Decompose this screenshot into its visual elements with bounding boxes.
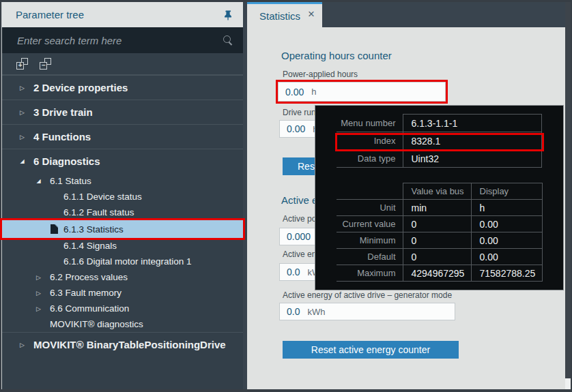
info-label: Data type <box>337 150 403 168</box>
tab-statistics[interactable]: Statistics × <box>247 2 322 27</box>
power-applied-hours-label: Power-applied hours <box>283 70 358 79</box>
limits-bus-value: min <box>403 200 471 216</box>
tree-item[interactable]: 6.1.6 Digital motor integration 1 <box>2 254 243 269</box>
tree-item-label: 6 Diagnostics <box>33 155 100 167</box>
parameter-limits-table: Value via bus Display Unit min h Current… <box>337 183 543 282</box>
tree-item[interactable]: 3 Drive train <box>2 100 243 124</box>
plus-glyph: + <box>16 62 24 70</box>
tree-expander-icon[interactable] <box>33 305 44 312</box>
field-unit: h <box>311 87 316 97</box>
tree-item[interactable]: 2 Device properties <box>2 75 243 100</box>
tree-item[interactable]: MOVIKIT® diagnostics <box>2 316 243 332</box>
limits-bus-value: 0 <box>403 216 471 232</box>
tree-item-label: 6.1 Status <box>50 176 91 186</box>
index-highlight-box <box>335 133 544 151</box>
info-label: Menu number <box>337 115 403 132</box>
field-value: 0.0 <box>287 267 300 277</box>
pin-icon[interactable] <box>223 10 233 20</box>
search-bar <box>2 27 243 53</box>
app-window: Parameter tree + − 2 Device <box>0 0 572 392</box>
tree-item-label: 6.1.6 Digital motor integration 1 <box>63 256 192 267</box>
info-row: Menu number 6.1.3-1.1-1 <box>337 115 542 132</box>
limits-header-row: Value via bus Display <box>337 183 542 200</box>
minus-glyph: − <box>40 62 47 70</box>
limits-label: Maximum <box>337 265 403 282</box>
limits-display-value: 71582788.25 <box>471 265 542 282</box>
expand-all-icon[interactable]: + <box>16 58 28 70</box>
tree-expander-icon[interactable] <box>33 290 44 297</box>
tree-expander-icon[interactable] <box>17 342 27 348</box>
limits-row: Minimum 0 0.00 <box>337 232 542 249</box>
search-input[interactable] <box>16 34 223 47</box>
tree-item[interactable]: 6.6 Communication <box>2 301 243 316</box>
document-icon <box>51 224 58 234</box>
right-scrollbar-track[interactable] <box>565 2 571 389</box>
limits-bus-value: 0 <box>403 249 471 265</box>
limits-display-value: 0.00 <box>471 249 542 265</box>
tree-expander-icon[interactable] <box>17 109 27 116</box>
tree-item[interactable]: 6.1.4 Signals <box>2 238 243 254</box>
empty-header-cell <box>337 183 403 200</box>
limits-label: Minimum <box>337 232 403 249</box>
tree-item[interactable]: 4 Functions <box>2 124 243 149</box>
power-applied-hours-highlight-box: 0.00 h <box>276 80 448 104</box>
tree-item[interactable]: 6 Diagnostics <box>2 149 243 173</box>
tree-item[interactable]: 6.2 Process values <box>2 269 243 285</box>
active-power-label: Active po <box>283 214 316 224</box>
info-row: Data type Uint32 <box>337 150 542 168</box>
tree-item[interactable]: 6.3 Fault memory <box>2 285 243 301</box>
parameter-tree-header: Parameter tree <box>2 2 243 27</box>
tree-item-label: MOVIKIT® BinaryTablePositioningDrive <box>33 339 226 350</box>
value-via-bus-header: Value via bus <box>403 183 471 200</box>
tree-item-label: 4 Functions <box>33 131 91 142</box>
scrollbar-corner <box>565 378 571 389</box>
field-value: 0.000 <box>287 231 311 242</box>
tree-item-label: 6.1.1 Device status <box>63 192 142 202</box>
tree-item[interactable]: 6.1 Status <box>2 173 243 189</box>
tree-item-label: 6.1.2 Fault status <box>63 207 134 217</box>
tree-item-label: 6.3 Fault memory <box>50 288 121 298</box>
field-unit: kWh <box>307 307 325 317</box>
power-applied-hours-field[interactable]: 0.00 h <box>278 82 446 102</box>
tree-item-label: 3 Drive train <box>33 106 93 118</box>
limits-label: Current value <box>337 216 403 232</box>
tab-label: Statistics <box>259 10 300 22</box>
search-icon[interactable] <box>223 35 233 46</box>
tree-item-label: 6.1.4 Signals <box>63 241 117 251</box>
active-energy-generator-mode-field[interactable]: 0.0 kWh <box>279 303 455 320</box>
operating-hours-counter-title: Operating hours counter <box>281 50 392 61</box>
parameter-tree-title: Parameter tree <box>16 9 223 20</box>
limits-bus-value: 0 <box>403 232 471 249</box>
parameter-tree-panel: Parameter tree + − 2 Device <box>1 2 243 389</box>
tree-expander-icon[interactable] <box>33 274 44 281</box>
limits-display-value: 0.00 <box>471 216 542 232</box>
field-value: 0.0 <box>287 306 300 317</box>
close-tab-icon[interactable]: × <box>308 8 315 20</box>
tree-item-label: 6.1.3 Statistics <box>63 224 124 235</box>
collapse-all-icon[interactable]: − <box>40 58 51 70</box>
tree-item-label: 2 Device properties <box>33 82 128 93</box>
tree-toolbar: + − <box>2 53 243 75</box>
tree-expander-icon[interactable] <box>17 85 27 91</box>
tree-expander-icon[interactable] <box>33 178 44 184</box>
active-energy-label: Active en <box>283 250 316 259</box>
tree-item-label: MOVIKIT® diagnostics <box>50 319 143 329</box>
limits-display-value: h <box>471 200 542 216</box>
info-value: Uint32 <box>403 150 542 168</box>
limits-bus-value: 4294967295 <box>403 265 471 282</box>
limits-row: Unit min h <box>337 200 542 216</box>
parameter-tree: 2 Device properties 3 Drive train 4 Func… <box>2 75 243 357</box>
tree-item-label: 6.2 Process values <box>50 272 128 282</box>
limits-label: Unit <box>337 200 403 216</box>
tree-item[interactable]: 6.1.3 Statistics <box>2 220 243 238</box>
tree-item[interactable]: 6.1.2 Fault status <box>2 205 243 220</box>
limits-display-value: 0.00 <box>471 232 542 249</box>
tree-item[interactable]: 6.1.1 Device status <box>2 189 243 205</box>
reset-active-energy-counter-button[interactable]: Reset active energy counter <box>283 341 459 359</box>
tree-expander-icon[interactable] <box>17 134 27 140</box>
limits-row: Default 0 0.00 <box>337 249 542 265</box>
tree-item[interactable]: MOVIKIT® BinaryTablePositioningDrive <box>2 332 243 357</box>
field-value: 0.00 <box>285 87 304 97</box>
display-header: Display <box>471 183 542 200</box>
tree-expander-icon[interactable] <box>17 158 27 164</box>
